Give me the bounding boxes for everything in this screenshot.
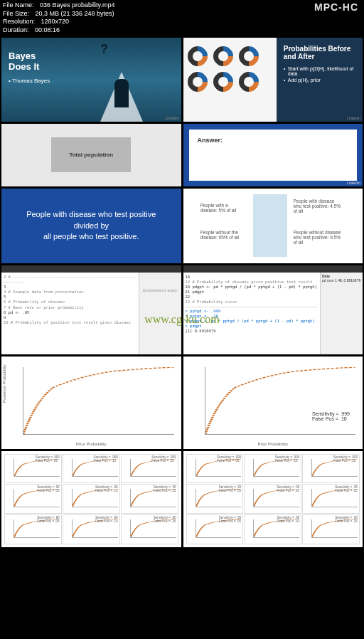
curve-line [205,367,356,434]
code-editor: 2 # ------------------------------------… [1,273,139,354]
formula-text: People with disease who test positivediv… [26,209,156,242]
donut-icon [209,42,237,70]
thumb-1[interactable]: BayesDoes It • Thomas Bayes ? LinkedIn [1,38,181,122]
thumb-6[interactable]: People with a disease: 5% of all People … [183,189,363,263]
small-chart: Sensitivity = .80False Pos = .25 [302,514,360,544]
line-chart: Sensitivity = .999False Pos = .10 [205,367,356,435]
small-chart: Sensitivity = .95False Pos = .25 [121,484,178,514]
thumb-7[interactable]: 2 # ------------------------------------… [1,265,181,354]
attribution: LinkedIn [347,116,360,120]
small-chart: Sensitivity = .80False Pos = .05 [4,514,62,544]
filesize-value: 20,3 MB (21 336 248 bytes) [36,10,114,17]
filename-value: 036 Bayes probability.mp4 [40,1,114,9]
silhouette-figure [100,72,143,122]
ide-toolbar [183,265,363,273]
thumb-11[interactable]: Sensitivity = .999False Pos = .05Sensiti… [1,451,181,547]
slide2-panel: Probabilities Before and After Start wit… [277,38,363,122]
small-chart: Sensitivity = .999False Pos = .25 [302,454,360,484]
code-editor: 1819 # Probability of disease given posi… [183,273,321,354]
thumb-9[interactable]: Prior Probability Posterior Probability [1,357,181,449]
resolution-label: Resolution: [3,18,35,25]
duration-value: 00:08:16 [35,26,60,33]
filename-label: File Name: [3,1,34,9]
small-chart: Sensitivity = .999False Pos = .10 [63,454,120,484]
answer-box: Answer: [189,130,358,181]
small-chart: Sensitivity = .999False Pos = .05 [4,454,62,484]
donut-icon [235,42,263,70]
tree-diagram: People with a disease: 5% of all People … [183,189,363,263]
small-chart: Sensitivity = .999False Pos = .25 [121,454,178,484]
line-chart [23,367,174,435]
donut-icon [235,68,263,96]
donut-icon [183,42,212,70]
small-chart: Sensitivity = .80False Pos = .25 [121,514,178,544]
donut-icons [188,46,259,92]
small-chart: Sensitivity = .80False Pos = .10 [63,514,120,544]
small-chart: Sensitivity = .95False Pos = .05 [4,484,62,514]
thumb-10[interactable]: Sensitivity = .999False Pos = .10 Prior … [183,357,363,449]
filesize-label: File Size: [3,10,29,17]
question-mark-icon: ? [100,42,108,57]
env-panel: Datapd num 1 48..0.8916979 [320,273,363,354]
slide1-text: BayesDoes It • Thomas Bayes [9,51,50,84]
curve-line [23,367,174,434]
small-chart: Sensitivity = .80False Pos = .10 [244,514,301,544]
population-box: Total population [51,137,131,172]
thumb-3[interactable]: Total population [1,124,181,186]
resolution-value: 1280x720 [41,18,70,25]
thumb-2[interactable]: Probabilities Before and After Start wit… [183,38,363,122]
thumb-5[interactable]: People with disease who test positivediv… [1,189,181,263]
attribution: LinkedIn [347,181,360,185]
small-chart: Sensitivity = .95False Pos = .05 [186,484,244,514]
small-chart: Sensitivity = .999False Pos = .10 [244,454,301,484]
attribution: LinkedIn [166,116,179,120]
small-chart: Sensitivity = .999False Pos = .05 [186,454,244,484]
small-chart: Sensitivity = .95False Pos = .25 [302,484,360,514]
env-panel: Environment is empty [139,273,181,354]
x-axis-label: Prior Probability [258,442,288,446]
donut-icon [209,68,237,96]
y-axis-label: Posterior Probability [2,364,6,403]
chart-annotation: Sensitivity = .999False Pos = .10 [312,411,350,421]
file-info-bar: File Name: 036 Bayes probability.mp4 Fil… [0,0,364,36]
donut-icon [183,68,212,96]
thumb-4[interactable]: Answer: LinkedIn [183,124,363,186]
small-chart: Sensitivity = .95False Pos = .10 [63,484,120,514]
small-chart: Sensitivity = .80False Pos = .05 [186,514,244,544]
thumbnail-grid: BayesDoes It • Thomas Bayes ? LinkedIn P… [0,36,364,549]
small-chart: Sensitivity = .95False Pos = .10 [244,484,301,514]
x-axis-label: Prior Probability [76,442,106,446]
ide-toolbar [1,265,181,273]
duration-label: Duration: [3,26,29,33]
thumb-12[interactable]: Sensitivity = .999False Pos = .05Sensiti… [183,451,363,547]
player-logo: MPC-HC [314,1,358,13]
thumb-8[interactable]: 1819 # Probability of disease given posi… [183,265,363,354]
